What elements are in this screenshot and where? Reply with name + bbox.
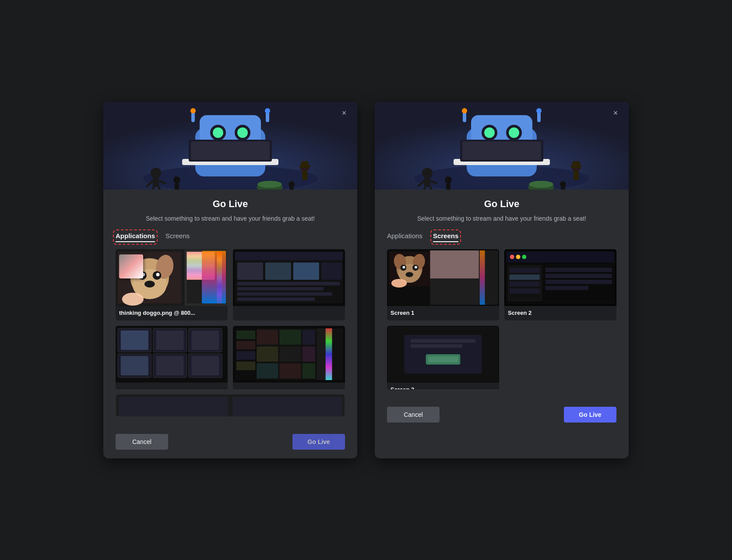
svg-rect-25 (301, 161, 308, 166)
svg-point-13 (190, 108, 196, 113)
right-illustration (375, 102, 629, 190)
svg-rect-59 (237, 292, 332, 296)
right-grid-item-screen1[interactable]: Screen 1 (387, 249, 499, 321)
svg-point-46 (141, 273, 145, 276)
right-item-screen3-label: Screen 3 (387, 383, 499, 389)
svg-rect-74 (191, 356, 219, 375)
left-close-icon: × (342, 109, 347, 118)
svg-point-104 (484, 127, 495, 138)
left-thumb-3 (116, 326, 228, 383)
svg-rect-162 (510, 281, 540, 286)
left-grid-item-3[interactable] (116, 326, 228, 389)
svg-rect-127 (446, 183, 450, 190)
svg-point-125 (529, 181, 553, 188)
right-dialog-subtitle: Select something to stream and have your… (387, 214, 616, 223)
svg-rect-109 (462, 141, 541, 160)
left-thumb-1 (116, 249, 228, 306)
svg-rect-54 (265, 262, 291, 279)
svg-rect-96 (119, 397, 228, 416)
left-go-live-button[interactable]: Go Live (292, 434, 345, 450)
svg-point-111 (462, 108, 467, 113)
svg-rect-158 (545, 279, 612, 284)
svg-point-49 (122, 292, 144, 306)
svg-rect-123 (573, 161, 580, 166)
right-tab-screens[interactable]: Screens (433, 232, 458, 242)
svg-rect-115 (424, 177, 430, 187)
left-grid-item-2[interactable] (233, 249, 345, 321)
right-grid-item-screen3[interactable]: Screen 3 (387, 326, 499, 389)
svg-point-113 (536, 108, 542, 113)
svg-rect-89 (257, 346, 278, 361)
svg-rect-82 (236, 351, 255, 360)
left-grid-item-1[interactable]: thinking doggo.png @ 800... (116, 249, 228, 321)
svg-rect-167 (411, 339, 475, 342)
left-dialog-footer: Cancel Go Live (103, 427, 357, 458)
svg-rect-84 (317, 328, 326, 380)
svg-rect-168 (411, 344, 462, 348)
svg-point-7 (237, 127, 248, 138)
svg-point-105 (509, 127, 519, 138)
svg-rect-56 (321, 262, 342, 279)
svg-rect-146 (430, 250, 479, 278)
svg-point-142 (405, 272, 413, 277)
svg-rect-35 (217, 251, 222, 303)
left-illustration (103, 102, 357, 190)
svg-point-30 (289, 181, 295, 187)
svg-point-140 (402, 266, 405, 268)
left-tab-screens[interactable]: Screens (165, 232, 190, 242)
svg-rect-73 (156, 356, 184, 375)
svg-rect-52 (235, 251, 343, 260)
svg-rect-29 (175, 183, 179, 190)
right-item-screen1-label: Screen 1 (387, 306, 499, 321)
svg-point-16 (151, 168, 161, 178)
svg-rect-91 (303, 346, 316, 361)
right-thumb-screen2 (504, 249, 616, 306)
left-dialog-title: Go Live (116, 198, 345, 210)
svg-point-28 (173, 176, 180, 183)
left-tab-applications[interactable]: Applications (116, 232, 155, 242)
svg-rect-80 (236, 330, 255, 339)
dialogs-container: × Go Live Select something to stream and… (103, 102, 629, 458)
svg-point-42 (124, 253, 145, 280)
svg-rect-11 (191, 141, 270, 160)
right-dialog-body: Go Live Select something to stream and h… (375, 190, 629, 400)
svg-rect-90 (279, 346, 301, 361)
left-item-1-label: thinking doggo.png @ 800... (116, 306, 228, 321)
svg-rect-97 (232, 397, 342, 416)
svg-rect-87 (279, 329, 301, 344)
right-thumb-screen1 (387, 249, 499, 306)
svg-point-6 (213, 127, 223, 138)
svg-rect-61 (293, 262, 319, 279)
left-grid-item-4[interactable] (233, 326, 345, 389)
svg-rect-23 (302, 171, 307, 180)
svg-rect-31 (289, 187, 294, 190)
svg-rect-160 (510, 268, 540, 273)
right-dialog-footer: Cancel Go Live (375, 400, 629, 431)
svg-point-151 (510, 254, 514, 259)
right-item-screen2-label: Screen 2 (504, 306, 616, 321)
svg-rect-58 (237, 287, 324, 290)
left-item-2-label (233, 306, 345, 314)
right-go-live-button[interactable]: Go Live (564, 407, 616, 423)
right-close-button[interactable]: × (610, 108, 621, 119)
right-thumb-screen3 (387, 326, 499, 383)
left-cancel-button[interactable]: Cancel (116, 434, 168, 450)
left-grid: thinking doggo.png @ 800... (116, 249, 345, 389)
svg-rect-68 (191, 330, 219, 349)
svg-rect-88 (303, 329, 316, 344)
right-grid-item-screen2[interactable]: Screen 2 (504, 249, 616, 321)
svg-point-143 (391, 278, 407, 287)
svg-rect-144 (480, 250, 485, 304)
svg-rect-60 (237, 297, 315, 301)
right-cancel-button[interactable]: Cancel (387, 407, 440, 423)
svg-point-27 (257, 181, 282, 188)
svg-point-114 (422, 168, 433, 178)
svg-rect-37 (187, 251, 215, 279)
right-tab-applications[interactable]: Applications (387, 232, 422, 242)
left-item-3-label (116, 383, 228, 389)
svg-rect-170 (428, 356, 458, 362)
svg-rect-86 (257, 329, 278, 344)
svg-rect-92 (257, 363, 278, 378)
svg-rect-94 (303, 363, 316, 378)
left-close-button[interactable]: × (339, 108, 349, 119)
